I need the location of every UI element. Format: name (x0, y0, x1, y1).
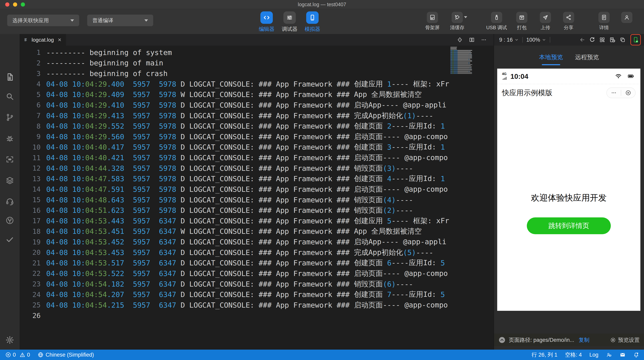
language-mode[interactable]: Log (590, 352, 598, 358)
log-line-13[interactable]: 1304-08 10:04:47.583 5957 5978 D LOGCAT_… (20, 174, 494, 184)
history-clipboard-icon[interactable] (609, 36, 616, 43)
minimap-line (450, 47, 494, 48)
split-editor-icon[interactable] (469, 37, 475, 43)
activity-bar-item-layers[interactable] (6, 176, 14, 185)
app-menu-button[interactable] (607, 90, 621, 96)
editor-content[interactable]: 1--------- beginning of system2---------… (20, 46, 494, 350)
phone-check-icon (632, 36, 639, 43)
activity-bar-item-search[interactable] (6, 92, 14, 101)
app-close-button[interactable] (621, 90, 635, 96)
log-line-10[interactable]: 1004-08 10:04:40.417 5957 5978 D LOGCAT_… (20, 142, 494, 152)
qr-code-icon[interactable] (599, 37, 605, 43)
notifications-icon[interactable] (633, 352, 639, 358)
tab-remote-preview-label: 远程预览 (575, 53, 599, 62)
language-label: Chinese (Simplified) (46, 352, 94, 358)
log-line-1[interactable]: 1--------- beginning of system (20, 47, 494, 58)
log-line-6[interactable]: 604-08 10:04:29.410 5957 5978 D LOGCAT_C… (20, 100, 494, 110)
zoom-select[interactable]: 100% (526, 37, 546, 43)
log-line-9[interactable]: 904-08 10:04:29.560 5957 5978 D LOGCAT_C… (20, 132, 494, 142)
tab-underline (578, 64, 596, 65)
minimap-line (450, 54, 494, 55)
line-number: 21 (20, 259, 40, 267)
compile-mode-label: 普通编译 (92, 17, 113, 24)
minimap[interactable] (450, 46, 494, 350)
log-line-4[interactable]: 404-08 10:04:29.400 5957 5978 D LOGCAT_C… (20, 79, 494, 90)
preview-settings-label: 预览设置 (618, 336, 640, 344)
cursor-position[interactable]: 行 26, 列 1 (532, 351, 558, 358)
toolbar-action-share[interactable]: 分享 (554, 12, 584, 31)
more-actions-icon[interactable] (481, 37, 487, 43)
toolbar-action-clear[interactable]: 清缓存 (442, 12, 472, 31)
minimap-line (450, 51, 494, 52)
wifi-icon (614, 73, 622, 80)
activity-bar-item-check[interactable] (6, 235, 14, 244)
line-number: 23 (20, 280, 40, 288)
log-line-17[interactable]: 1704-08 10:04:53.443 5957 6347 D LOGCAT_… (20, 216, 494, 226)
log-line-26[interactable]: 26 (20, 310, 494, 321)
back-icon[interactable] (579, 37, 585, 43)
quick-app-select-label: 选择关联快应用 (12, 17, 49, 24)
tab-remote-preview[interactable]: 远程预览 (575, 53, 599, 68)
expand-path-icon[interactable] (498, 336, 506, 344)
activity-bar-item-support[interactable] (6, 197, 14, 206)
log-line-25[interactable]: 2504-08 10:04:54.215 5957 6347 D LOGCAT_… (20, 300, 494, 310)
log-line-7[interactable]: 704-08 10:04:29.413 5957 5978 D LOGCAT_C… (20, 110, 494, 121)
log-line-20[interactable]: 2004-08 10:04:53.453 5957 6347 D LOGCAT_… (20, 247, 494, 258)
mode-debugger-button[interactable]: 调试器 (276, 12, 302, 32)
package-icon (518, 14, 525, 20)
minimap-line (450, 61, 494, 62)
mail-icon[interactable] (620, 352, 626, 358)
tab-local-preview[interactable]: 本地预览 (539, 53, 563, 68)
active-tab-underline (542, 64, 560, 65)
minimap-line (450, 69, 494, 70)
activity-bar-item-settings[interactable] (6, 336, 14, 344)
log-line-8[interactable]: 804-08 10:04:29.552 5957 5978 D LOGCAT_C… (20, 121, 494, 132)
preview-settings-button[interactable]: 预览设置 (610, 336, 640, 344)
run-preview-icon[interactable] (457, 37, 463, 43)
main-toolbar: 选择关联快应用 普通编译 编辑器 调试器 模拟器 骨架屏清缓存USB 调试打包上… (0, 9, 644, 34)
close-tab-icon[interactable] (57, 38, 62, 42)
log-line-14[interactable]: 1404-08 10:04:47.591 5957 5978 D LOGCAT_… (20, 184, 494, 194)
activity-bar-item-explorer[interactable] (6, 72, 14, 82)
activity-bar-item-debug[interactable] (6, 134, 14, 143)
activity-bar-item-screenshot[interactable] (6, 155, 14, 164)
mode-simulator-button[interactable]: 模拟器 (300, 12, 326, 32)
mode-editor-label: 编辑器 (259, 26, 274, 32)
aspect-ratio-select[interactable]: 9 : 16 (499, 37, 519, 43)
log-line-3[interactable]: 3--------- beginning of crash (20, 68, 494, 79)
log-line-18[interactable]: 1804-08 10:04:53.451 5957 6347 W LOGCAT_… (20, 226, 494, 237)
editor-area: logcat.log 1--------- beginning of syste… (20, 34, 494, 350)
compile-mode-dropdown[interactable]: 普通编译 (87, 14, 153, 26)
log-line-21[interactable]: 2104-08 10:04:53.517 5957 6347 D LOGCAT_… (20, 258, 494, 268)
goto-detail-button[interactable]: 跳转到详情页 (527, 218, 611, 234)
quick-app-select-dropdown[interactable]: 选择关联快应用 (7, 14, 79, 26)
dropdown-caret-icon[interactable] (464, 16, 467, 18)
log-line-22[interactable]: 2204-08 10:04:53.522 5957 6347 D LOGCAT_… (20, 268, 494, 279)
toolbar-action-account[interactable] (612, 12, 642, 23)
activity-bar-item-source-control[interactable] (6, 113, 14, 122)
log-line-24[interactable]: 2404-08 10:04:54.207 5957 6347 D LOGCAT_… (20, 289, 494, 300)
warning-icon (20, 352, 26, 358)
log-line-2[interactable]: 2--------- beginning of main (20, 58, 494, 68)
minimap-line (450, 73, 494, 74)
minimap-line (450, 58, 494, 58)
copy-icon[interactable] (620, 37, 626, 43)
refresh-icon[interactable] (589, 37, 595, 43)
log-line-5[interactable]: 504-08 10:04:29.409 5957 5978 W LOGCAT_C… (20, 90, 494, 100)
log-line-23[interactable]: 2304-08 10:04:54.182 5957 6347 D LOGCAT_… (20, 279, 494, 290)
feedback-icon[interactable] (606, 352, 612, 358)
log-line-19[interactable]: 1904-08 10:04:53.452 5957 6347 D LOGCAT_… (20, 236, 494, 247)
copy-path-link[interactable]: 复制 (578, 336, 590, 344)
mode-editor-button[interactable]: 编辑器 (254, 12, 280, 32)
log-line-16[interactable]: 1604-08 10:04:51.623 5957 5978 D LOGCAT_… (20, 205, 494, 216)
log-line-15[interactable]: 1504-08 10:04:48.643 5957 5978 D LOGCAT_… (20, 194, 494, 205)
tab-logcat-log[interactable]: logcat.log (20, 34, 66, 46)
activity-bar-item-share-circle[interactable] (6, 216, 14, 225)
device-preview-toggle[interactable] (630, 34, 641, 46)
indentation-setting[interactable]: 空格: 4 (565, 351, 582, 358)
log-line-12[interactable]: 1204-08 10:04:44.328 5957 5978 D LOGCAT_… (20, 163, 494, 174)
problems-indicator[interactable]: 0 0 (5, 352, 30, 358)
log-line-11[interactable]: 1104-08 10:04:40.421 5957 5978 D LOGCAT_… (20, 152, 494, 163)
toolbar-action-label: 清缓存 (450, 24, 464, 31)
spellcheck-language[interactable]: Chinese (Simplified) (38, 352, 94, 358)
